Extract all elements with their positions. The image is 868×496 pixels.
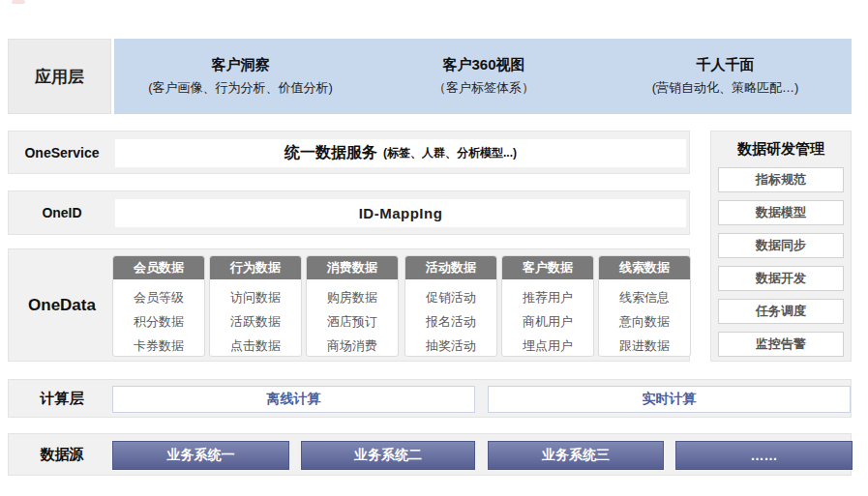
data-card-leads: 线索数据 线索信息 意向数据 跟进数据 [598,255,691,357]
business-system-more-box: …… [675,441,853,470]
data-card-item: 跟进数据 [599,334,690,358]
dev-item-data-dev: 数据开发 [718,266,844,291]
app-box-title: 客户洞察 [212,56,270,74]
id-mapping-title: ID-MappIng [359,205,443,221]
data-card-item: 商机用户 [502,309,593,334]
data-card-header: 消费数据 [307,256,398,279]
app-box-subtitle: (营销自动化、策略匹配…) [652,79,799,97]
data-card-item: 埋点用户 [502,334,593,358]
dev-item-metric-spec: 指标规范 [718,167,844,192]
oneservice-row: OneService 统一数据服务 (标签、人群、分析模型...) [8,131,690,174]
dev-item-data-sync: 数据同步 [718,233,844,258]
offline-compute-box: 离线计算 [112,386,475,413]
onedata-label: OneData [9,249,115,361]
oneservice-label: OneService [9,131,115,173]
data-card-header: 线索数据 [599,256,690,279]
data-card-item: 卡券数据 [113,334,204,358]
data-card-customer: 客户数据 推荐用户 商机用户 埋点用户 [501,255,594,357]
application-layer-label: 应用层 [8,39,111,114]
data-card-item: 报名活动 [405,309,496,334]
app-box-customer-insight: 客户洞察 (客户画像、行为分析、价值分析) [114,39,367,114]
business-system-1-box: 业务系统一 [112,441,289,470]
data-card-header: 活动数据 [405,256,496,279]
data-card-item: 酒店预订 [307,309,398,334]
data-card-header: 行为数据 [210,256,301,279]
app-box-subtitle: （客户标签体系） [434,79,534,97]
compute-layer-label: 计算层 [9,380,115,417]
data-card-item: 线索信息 [599,285,690,309]
dev-panel-title: 数据研发管理 [711,140,851,159]
datasource-row: 数据源 业务系统一 业务系统二 业务系统三 …… [8,433,852,476]
data-card-item: 活跃数据 [210,309,301,334]
data-card-behavior: 行为数据 访问数据 活跃数据 点击数据 [209,255,302,357]
data-card-header: 客户数据 [502,256,593,279]
realtime-compute-box: 实时计算 [488,386,851,413]
onedata-row: OneData 会员数据 会员等级 积分数据 卡券数据 行为数据 访问数据 活跃… [8,248,690,362]
unified-data-service-subtitle: (标签、人群、分析模型...) [383,145,517,161]
app-box-personalization: 千人千面 (营销自动化、策略匹配…) [599,39,852,114]
app-box-customer-360: 客户360视图 （客户标签体系） [367,39,601,114]
data-card-item: 抽奖活动 [405,334,496,358]
datasource-label: 数据源 [9,434,115,475]
dev-item-data-model: 数据模型 [718,200,844,225]
data-card-item: 商场消费 [307,334,398,358]
data-card-item: 促销活动 [405,285,496,309]
data-card-consumption: 消费数据 购房数据 酒店预订 商场消费 [306,255,399,357]
app-box-subtitle: (客户画像、行为分析、价值分析) [148,79,333,97]
data-card-member: 会员数据 会员等级 积分数据 卡券数据 [112,255,205,357]
oneid-label: OneID [9,191,115,234]
unified-data-service-box: 统一数据服务 (标签、人群、分析模型...) [115,139,686,167]
data-card-header: 会员数据 [113,256,204,279]
data-dev-management-panel: 数据研发管理 指标规范 数据模型 数据同步 数据开发 任务调度 监控告警 [710,131,852,362]
business-system-3-box: 业务系统三 [488,441,664,470]
corner-artifact [12,0,25,4]
id-mapping-box: ID-MappIng [115,199,686,227]
oneid-row: OneID ID-MappIng [8,190,690,235]
data-card-item: 会员等级 [113,285,204,309]
app-box-title: 千人千面 [697,56,755,74]
compute-layer-row: 计算层 离线计算 实时计算 [8,379,852,418]
architecture-diagram: 应用层 客户洞察 (客户画像、行为分析、价值分析) 客户360视图 （客户标签体… [0,0,868,496]
unified-data-service-title: 统一数据服务 [284,143,377,163]
data-card-item: 访问数据 [210,285,301,309]
business-system-2-box: 业务系统二 [301,441,475,470]
data-card-item: 积分数据 [113,309,204,334]
dev-item-task-schedule: 任务调度 [718,299,844,324]
data-card-item: 意向数据 [599,309,690,334]
data-card-item: 购房数据 [307,285,398,309]
application-layer-row: 应用层 客户洞察 (客户画像、行为分析、价值分析) 客户360视图 （客户标签体… [8,39,852,114]
dev-item-monitor-alert: 监控告警 [718,332,844,357]
data-card-activity: 活动数据 促销活动 报名活动 抽奖活动 [404,255,497,357]
data-card-item: 推荐用户 [502,285,593,309]
data-card-item: 点击数据 [210,334,301,358]
app-box-title: 客户360视图 [442,56,524,74]
